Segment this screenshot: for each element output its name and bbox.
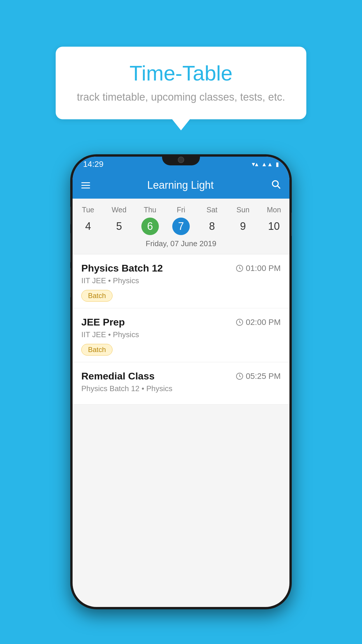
volume-up-button (70, 233, 71, 262)
tooltip-subtitle: track timetable, upcoming classes, tests… (73, 91, 289, 103)
schedule-item-1-header: Physics Batch 12 01:00 PM (81, 262, 281, 274)
day-tue: Tue (73, 204, 103, 215)
date-9[interactable]: 9 (234, 218, 252, 235)
search-button[interactable] (271, 179, 281, 191)
schedule-item-1[interactable]: Physics Batch 12 01:00 PM IIT JEE • Phys… (73, 254, 289, 308)
phone-mockup: 14:29 ▾▴ ▲▲ ▮ Learning Light (70, 154, 292, 615)
schedule-title-1: Physics Batch 12 (81, 262, 163, 274)
clock-icon-1 (236, 265, 243, 272)
date-4[interactable]: 4 (79, 218, 97, 235)
day-mon: Mon (259, 204, 289, 215)
signal-icon: ▲▲ (261, 161, 273, 168)
menu-icon[interactable] (81, 182, 90, 188)
schedule-title-2: JEE Prep (81, 316, 125, 328)
date-5[interactable]: 5 (110, 218, 128, 235)
tooltip-title: Time-Table (73, 61, 289, 85)
wifi-icon: ▾▴ (252, 160, 258, 168)
phone-notch (162, 154, 200, 165)
schedule-item-2[interactable]: JEE Prep 02:00 PM IIT JEE • Physics Batc… (73, 308, 289, 362)
schedule-badge-2: Batch (81, 344, 113, 356)
power-button (291, 213, 292, 236)
status-icons: ▾▴ ▲▲ ▮ (252, 160, 279, 168)
volume-down-button (70, 268, 71, 297)
date-10[interactable]: 10 (265, 218, 283, 235)
svg-line-1 (277, 186, 280, 188)
schedule-time-3: 05:25 PM (236, 372, 281, 381)
schedule-list: Physics Batch 12 01:00 PM IIT JEE • Phys… (73, 254, 289, 405)
calendar-strip: Tue Wed Thu Fri Sat Sun Mon 4 5 6 7 8 9 … (73, 199, 289, 254)
schedule-subject-3: Physics Batch 12 • Physics (81, 384, 281, 393)
schedule-badge-1: Batch (81, 290, 113, 302)
clock-icon-2 (236, 318, 243, 326)
phone-screen: 14:29 ▾▴ ▲▲ ▮ Learning Light (73, 157, 289, 607)
schedule-time-1: 01:00 PM (236, 264, 281, 273)
days-header: Tue Wed Thu Fri Sat Sun Mon (73, 204, 289, 215)
clock-icon-3 (236, 372, 243, 380)
date-8[interactable]: 8 (203, 218, 221, 235)
phone-body: 14:29 ▾▴ ▲▲ ▮ Learning Light (70, 154, 292, 609)
schedule-title-3: Remedial Class (81, 370, 154, 382)
selected-date-label: Friday, 07 June 2019 (73, 235, 289, 251)
schedule-time-2: 02:00 PM (236, 318, 281, 327)
days-numbers: 4 5 6 7 8 9 10 (73, 218, 289, 235)
front-camera (178, 157, 184, 163)
day-fri: Fri (166, 204, 196, 215)
schedule-subject-1: IIT JEE • Physics (81, 276, 281, 285)
day-sun: Sun (227, 204, 258, 215)
day-thu: Thu (135, 204, 166, 215)
app-bar: Learning Light (73, 172, 289, 199)
tooltip-card: Time-Table track timetable, upcoming cla… (56, 47, 306, 119)
date-7-selected[interactable]: 7 (172, 218, 190, 235)
battery-icon: ▮ (276, 161, 279, 168)
day-wed: Wed (103, 204, 134, 215)
schedule-item-3-header: Remedial Class 05:25 PM (81, 370, 281, 382)
day-sat: Sat (196, 204, 227, 215)
schedule-subject-2: IIT JEE • Physics (81, 330, 281, 339)
status-time: 14:29 (83, 160, 103, 169)
app-title: Learning Light (90, 179, 271, 191)
date-6-today[interactable]: 6 (141, 218, 159, 235)
schedule-item-3[interactable]: Remedial Class 05:25 PM Physics Batch 12… (73, 362, 289, 405)
schedule-item-2-header: JEE Prep 02:00 PM (81, 316, 281, 328)
silent-button (70, 207, 71, 224)
